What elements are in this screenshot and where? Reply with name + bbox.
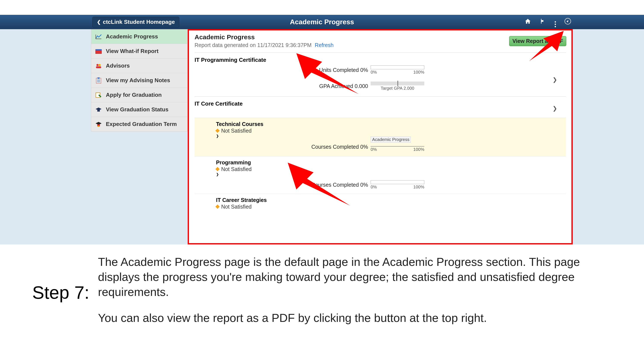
step-text: The Academic Progress page is the defaul… [98, 254, 601, 336]
home-icon[interactable] [524, 18, 531, 26]
sidebar-item-whatif[interactable]: View What-if Report [91, 44, 187, 58]
gpa-label: GPA Achieved 0.000 [194, 83, 371, 89]
compass-icon[interactable] [564, 18, 571, 26]
sub-title: Programming [216, 159, 566, 166]
gradcap-gold-icon [95, 121, 102, 127]
calendar-icon [95, 48, 102, 54]
sidebar-item-label: View my Advising Notes [106, 77, 170, 84]
svg-rect-1 [96, 49, 102, 51]
gradcap-icon [95, 107, 102, 113]
top-actions [524, 17, 571, 27]
svg-point-3 [98, 64, 101, 66]
sidebar-item-label: Academic Progress [106, 33, 158, 40]
chevron-right-icon: ❯ [552, 76, 557, 83]
sidebar-item-label: View Graduation Status [106, 106, 168, 113]
sidebar: Academic Progress View What-if Report Ad… [91, 29, 188, 132]
step-label: Step 7: [32, 254, 89, 336]
courses-completed-label: Courses Completed 0% [194, 144, 371, 150]
chart-icon [95, 34, 102, 40]
tooltip-academic-progress: Academic Progress [371, 136, 411, 143]
section-it-core[interactable]: IT Core Certificate ❯ [194, 96, 566, 118]
back-button[interactable]: ❮ ctcLink Student Homepage [92, 17, 179, 27]
step-instruction: Step 7: The Academic Progress page is th… [32, 254, 601, 336]
svg-marker-11 [96, 107, 102, 110]
sub-status: Not Satisfied [216, 166, 566, 172]
sub-title: Technical Courses [216, 121, 566, 127]
gpa-chart: Target GPA 2.000 [371, 81, 566, 91]
sidebar-item-apply-graduation[interactable]: Apply for Graduation [91, 87, 187, 102]
courses-completed-label: Courses Completed 0% [194, 182, 371, 188]
svg-rect-12 [97, 110, 100, 112]
chevron-right-icon: ❯ [216, 134, 219, 138]
diamond-icon [216, 167, 220, 171]
svg-rect-6 [98, 77, 100, 79]
refresh-link[interactable]: Refresh [315, 42, 334, 48]
clipboard-icon [95, 77, 102, 83]
sidebar-item-label: Expected Graduation Term [106, 121, 177, 127]
chevron-left-icon: ❮ [97, 19, 101, 25]
more-icon[interactable] [555, 17, 556, 27]
sidebar-item-label: Advisors [106, 62, 130, 69]
sub-status: Not Satisfied [216, 204, 566, 210]
section-title: IT Programming Certificate [194, 56, 566, 64]
svg-rect-15 [98, 126, 99, 127]
diamond-icon [216, 205, 220, 209]
sidebar-item-expected-term[interactable]: Expected Graduation Term [91, 117, 187, 131]
top-bar: ❮ ctcLink Student Homepage Academic Prog… [0, 15, 644, 29]
back-button-label: ctcLink Student Homepage [103, 19, 175, 25]
section-it-programming[interactable]: IT Programming Certificate ❯ Units Compl… [194, 52, 566, 92]
units-completed-label: Units Completed 0% [194, 67, 371, 73]
courses-chart: 0%100% [371, 142, 566, 152]
view-pdf-button[interactable]: View Report as PDF [509, 36, 566, 46]
svg-point-2 [96, 64, 98, 66]
sub-it-career[interactable]: IT Career Strategies Not Satisfied [194, 194, 566, 213]
units-chart: 0%100% [371, 65, 566, 75]
sub-status: Not Satisfied [216, 128, 566, 134]
sidebar-item-label: Apply for Graduation [106, 92, 162, 98]
chevron-right-icon: ❯ [552, 105, 557, 112]
sub-programming[interactable]: Programming Not Satisfied ❯ Courses Comp… [194, 156, 566, 194]
flag-icon[interactable] [540, 18, 546, 26]
svg-rect-4 [96, 66, 101, 68]
page-title: Academic Progress [290, 18, 354, 26]
sidebar-item-advisors[interactable]: Advisors [91, 58, 187, 73]
people-icon [95, 63, 102, 69]
sidebar-item-graduation-status[interactable]: View Graduation Status [91, 102, 187, 117]
sidebar-item-academic-progress[interactable]: Academic Progress [91, 29, 187, 44]
courses-chart: 0%100% [371, 180, 566, 189]
sidebar-item-advising-notes[interactable]: View my Advising Notes [91, 73, 187, 87]
sub-technical-courses[interactable]: Technical Courses Not Satisfied ❯ Academ… [194, 118, 566, 156]
sidebar-item-label: View What-if Report [106, 48, 158, 54]
sub-title: IT Career Strategies [216, 197, 566, 203]
section-title: IT Core Certificate [194, 100, 566, 108]
diamond-icon [216, 128, 220, 133]
apply-icon [95, 92, 102, 98]
svg-marker-13 [96, 122, 102, 125]
content-frame: Academic Progress Report data generated … [188, 29, 573, 244]
chevron-right-icon: ❯ [216, 173, 219, 176]
